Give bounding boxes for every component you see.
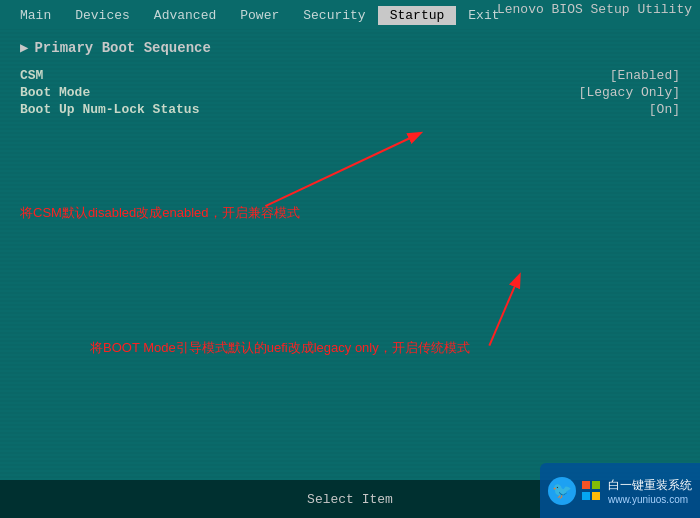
annotation-text-csm: 将CSM默认disabled改成enabled，开启兼容模式	[20, 204, 300, 222]
svg-line-2	[265, 134, 419, 207]
svg-line-3	[489, 276, 519, 346]
section-title: Primary Boot Sequence	[34, 40, 210, 56]
setting-value-numlock: [On]	[530, 102, 680, 117]
menu-bar: Main Devices Advanced Power Security Sta…	[0, 0, 700, 29]
menu-item-devices[interactable]: Devices	[63, 6, 142, 25]
setting-row-csm[interactable]: CSM [Enabled]	[20, 68, 680, 83]
menu-item-main[interactable]: Main	[8, 6, 63, 25]
setting-value-boot-mode: [Legacy Only]	[530, 85, 680, 100]
bios-screen: Main Devices Advanced Power Security Sta…	[0, 0, 700, 480]
setting-label-boot-mode: Boot Mode	[20, 85, 90, 100]
watermark-content: 🐦 白一键重装系统 www.yuniuos.com	[548, 477, 692, 505]
setting-value-csm: [Enabled]	[530, 68, 680, 83]
annotation-text-boot-mode: 将BOOT Mode引导模式默认的uefi改成legacy only，开启传统模…	[90, 339, 470, 357]
watermark-text: 白一键重装系统 www.yuniuos.com	[608, 477, 692, 505]
setting-row-boot-mode[interactable]: Boot Mode [Legacy Only]	[20, 85, 680, 100]
watermark-site-name: 白一键重装系统	[608, 477, 692, 494]
setting-label-numlock: Boot Up Num-Lock Status	[20, 102, 199, 117]
setting-label-csm: CSM	[20, 68, 43, 83]
menu-item-power[interactable]: Power	[228, 6, 291, 25]
menu-item-security[interactable]: Security	[291, 6, 377, 25]
bios-title: Lenovo BIOS Setup Utility	[497, 2, 692, 17]
watermark: 🐦 白一键重装系统 www.yuniuos.com	[540, 463, 700, 518]
menu-item-startup[interactable]: Startup	[378, 6, 457, 25]
bottom-hint-text: Select Item	[307, 492, 393, 507]
section-arrow-icon: ▶	[20, 39, 28, 56]
content-area: ▶ Primary Boot Sequence CSM [Enabled] Bo…	[0, 29, 700, 457]
watermark-url: www.yuniuos.com	[608, 494, 692, 505]
setting-row-numlock[interactable]: Boot Up Num-Lock Status [On]	[20, 102, 680, 117]
menu-items: Main Devices Advanced Power Security Sta…	[0, 6, 512, 25]
menu-item-advanced[interactable]: Advanced	[142, 6, 228, 25]
windows-logo-icon	[582, 481, 602, 501]
twitter-icon: 🐦	[548, 477, 576, 505]
settings-table: CSM [Enabled] Boot Mode [Legacy Only] Bo…	[20, 68, 680, 117]
section-header: ▶ Primary Boot Sequence	[20, 39, 680, 56]
